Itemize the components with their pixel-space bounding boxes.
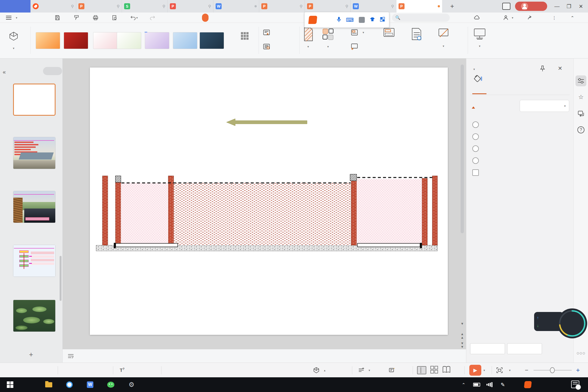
play-slideshow-button[interactable]: ▶▾ xyxy=(469,363,485,378)
doc-tab-tu-f[interactable]: P⚲ xyxy=(168,0,213,13)
doc-tab-shengtai[interactable]: P⚲ xyxy=(259,0,305,13)
window-count-badge[interactable] xyxy=(502,3,510,10)
more-menu-button[interactable]: ⋮ xyxy=(552,14,556,22)
slide-25-editor[interactable] xyxy=(90,68,448,335)
reset-button[interactable] xyxy=(351,43,360,50)
missing-font-warning[interactable]: T? xyxy=(120,363,127,378)
ime-user-icon[interactable] xyxy=(359,17,365,23)
radio-picture-fill[interactable] xyxy=(472,145,568,153)
radio-pattern-fill[interactable] xyxy=(472,157,568,165)
pin-icon[interactable]: ⚲ xyxy=(300,4,302,8)
menu-slideshow[interactable] xyxy=(264,14,271,22)
background-button[interactable]: ▾ xyxy=(303,27,314,49)
print-preview-button[interactable] xyxy=(111,14,119,22)
browser-icon[interactable] xyxy=(62,377,77,392)
tab-home[interactable] xyxy=(0,0,30,13)
sogou-tray-icon[interactable] xyxy=(520,377,535,392)
login-button[interactable] xyxy=(515,2,547,11)
page-setup-button[interactable] xyxy=(410,27,422,43)
close-button[interactable]: ✕ xyxy=(575,0,587,13)
design-template-thumb[interactable] xyxy=(36,32,60,49)
system-monitor-ring[interactable] xyxy=(557,305,587,341)
menu-design-active[interactable] xyxy=(202,14,209,22)
pin-icon[interactable]: ⚲ xyxy=(345,4,348,8)
slide-thumb-26[interactable] xyxy=(13,137,56,169)
taskbar-search-button[interactable] xyxy=(21,377,35,392)
sogou-logo-icon[interactable] xyxy=(308,16,317,24)
radio-solid-fill[interactable] xyxy=(472,121,568,129)
reading-view-button[interactable] xyxy=(442,366,451,375)
slide-thumb-25-selected[interactable] xyxy=(13,84,56,116)
fill-type-dropdown[interactable]: ▾ xyxy=(520,100,569,112)
section-collapse-icon[interactable] xyxy=(472,106,475,109)
design-template-thumb[interactable] xyxy=(117,32,141,49)
zoom-slider-knob[interactable] xyxy=(550,367,555,373)
doc-tab-duowentai[interactable]: P⚲ xyxy=(305,0,351,13)
wechat-icon[interactable] xyxy=(103,377,118,392)
ime-toolbox-icon[interactable] xyxy=(380,17,385,23)
present-tools-button[interactable]: ▾ xyxy=(473,27,487,48)
menu-review[interactable] xyxy=(284,14,290,22)
pin-panel-icon[interactable] xyxy=(539,65,546,73)
col-limestone-wetland[interactable] xyxy=(342,265,423,277)
pin-icon[interactable]: ⚲ xyxy=(117,4,120,8)
pin-icon[interactable]: ⚲ xyxy=(71,4,74,8)
doc-tab-lugang[interactable]: P⚲ xyxy=(76,0,122,13)
color-scheme-button[interactable]: ▾ xyxy=(322,27,334,49)
slide-sorter-view-button[interactable] xyxy=(430,366,438,375)
menu-transition[interactable] xyxy=(225,14,231,22)
tray-expand-icon[interactable]: ⌃ xyxy=(456,377,471,392)
zoom-in-button[interactable]: + xyxy=(576,363,580,378)
format-painter-button[interactable] xyxy=(72,14,81,22)
comments-button[interactable] xyxy=(389,363,397,378)
doc-template-button[interactable] xyxy=(263,43,273,51)
file-explorer-icon[interactable] xyxy=(41,377,56,392)
design-template-thumb[interactable] xyxy=(173,32,197,49)
slide-thumb-29[interactable] xyxy=(13,300,56,332)
zoom-level[interactable]: ▾ xyxy=(507,363,511,378)
pin-icon[interactable]: ⚲ xyxy=(208,4,211,8)
slide-thumb-28[interactable] xyxy=(13,245,56,277)
network-signal-icon[interactable] xyxy=(482,377,497,392)
fit-slide-button[interactable] xyxy=(496,363,503,378)
scroll-down-button[interactable]: ▼ xyxy=(460,322,465,329)
properties-rail-icon[interactable] xyxy=(575,75,586,86)
settings-gear-icon[interactable]: ⚙ xyxy=(124,377,139,392)
new-tab-button[interactable]: + xyxy=(448,2,457,11)
redo-button[interactable] xyxy=(149,14,157,22)
menu-home[interactable] xyxy=(162,14,169,22)
help-icon[interactable]: ? xyxy=(575,124,586,135)
close-panel-icon[interactable]: ✕ xyxy=(558,65,562,72)
import-template-button[interactable] xyxy=(263,29,273,36)
sogou-ime-toolbar[interactable]: ⌨ xyxy=(304,12,389,28)
previous-slide-button[interactable]: ▲▲ xyxy=(460,332,465,339)
pin-icon[interactable]: ⚲ xyxy=(163,4,165,8)
more-designs-button[interactable] xyxy=(234,32,256,54)
layout-button[interactable]: ▾ xyxy=(351,29,364,36)
ime-keyboard-icon[interactable]: ⌨ xyxy=(346,17,354,23)
design-template-thumb[interactable] xyxy=(64,32,88,49)
slide-thumb-27[interactable] xyxy=(13,191,56,223)
reset-background-button[interactable] xyxy=(507,343,542,354)
ime-voice-icon[interactable] xyxy=(337,16,341,23)
doc-tab-daoke[interactable]: ⚲ xyxy=(30,0,76,13)
doc-tab-weiqipao[interactable]: S⚲ xyxy=(122,0,168,13)
effects-star-icon[interactable]: ☆ xyxy=(575,92,586,103)
design-template-thumb[interactable] xyxy=(200,32,224,49)
tab-slides-active[interactable] xyxy=(43,67,62,75)
wps-app-icon[interactable]: W xyxy=(83,377,97,392)
doc-tab-shuizhuanxiang[interactable]: W⚲ xyxy=(351,0,396,13)
smart-beautify-button[interactable]: ▾ xyxy=(0,23,27,59)
radio-gradient-fill[interactable] xyxy=(472,133,568,141)
rail-more-icon[interactable]: ○○○ xyxy=(575,348,586,359)
save-button[interactable] xyxy=(53,14,62,22)
normal-view-button[interactable] xyxy=(417,366,426,374)
pin-icon[interactable]: ⚲ xyxy=(391,4,394,8)
doc-tab-gongcheng[interactable]: W xyxy=(213,0,259,13)
slide-size-button[interactable]: ▾ xyxy=(437,27,450,48)
animation-pane-icon[interactable] xyxy=(575,108,586,119)
canvas-scrollbar[interactable] xyxy=(461,65,464,233)
checkbox-hide-background[interactable] xyxy=(472,169,568,177)
panel-scrollbar[interactable] xyxy=(60,256,62,301)
command-search-input[interactable]: 🔍 xyxy=(392,14,450,22)
